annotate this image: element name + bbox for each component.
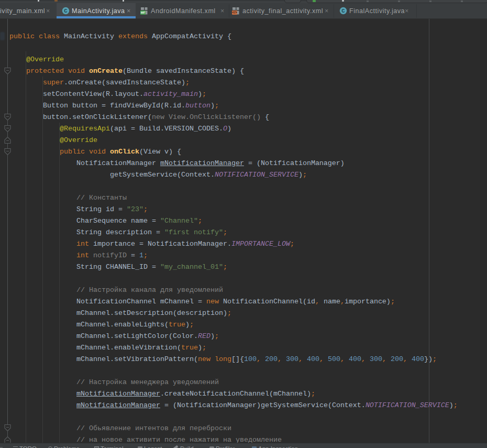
svg-text:</>: </>	[232, 10, 237, 14]
svg-text:MF: MF	[141, 11, 146, 14]
svg-text:C: C	[64, 8, 68, 14]
svg-text:C: C	[341, 8, 345, 14]
